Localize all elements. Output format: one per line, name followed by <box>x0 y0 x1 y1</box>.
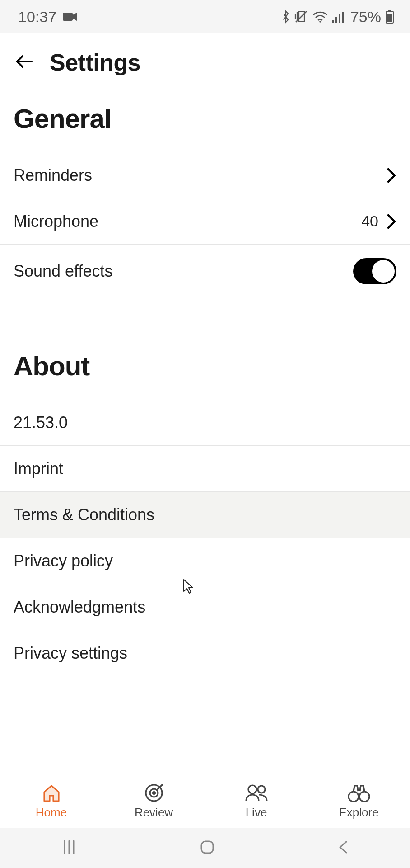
microphone-value: 40 <box>361 212 378 230</box>
row-privacy-policy[interactable]: Privacy policy <box>0 538 410 584</box>
system-nav-bar <box>0 828 410 868</box>
sys-back-button[interactable] <box>337 839 349 857</box>
wifi-icon <box>312 11 328 23</box>
android-status-bar: 10:37 75% <box>0 0 410 33</box>
row-label: Microphone <box>14 212 98 231</box>
svg-rect-16 <box>201 841 213 853</box>
sys-recents-button[interactable] <box>61 839 77 857</box>
nav-label: Live <box>246 806 267 820</box>
svg-point-14 <box>349 792 359 802</box>
page-title: Settings <box>50 49 140 76</box>
nav-live[interactable]: Live <box>205 774 308 828</box>
section-header-general: General <box>0 91 410 152</box>
svg-point-1 <box>319 21 321 23</box>
sys-home-icon <box>199 839 215 855</box>
sys-home-button[interactable] <box>199 839 215 857</box>
battery-percentage: 75% <box>350 8 381 26</box>
status-left: 10:37 <box>18 8 77 26</box>
svg-point-15 <box>359 792 369 802</box>
svg-rect-2 <box>332 20 334 23</box>
nav-label: Home <box>36 806 67 820</box>
signal-icon <box>332 11 346 23</box>
row-label: Acknowledgments <box>14 598 145 617</box>
home-icon <box>42 783 61 803</box>
row-reminders[interactable]: Reminders <box>0 152 410 198</box>
status-right: 75% <box>282 8 394 26</box>
svg-rect-4 <box>339 14 340 23</box>
row-label: Privacy policy <box>14 552 113 571</box>
sys-back-icon <box>337 839 349 855</box>
row-microphone[interactable]: Microphone 40 <box>0 198 410 245</box>
people-icon <box>245 783 268 803</box>
status-time: 10:37 <box>18 8 56 26</box>
svg-point-13 <box>258 786 265 793</box>
nav-label: Explore <box>339 806 378 820</box>
app-header: Settings <box>0 33 410 91</box>
row-sound-effects: Sound effects <box>0 245 410 298</box>
bluetooth-icon <box>282 10 290 24</box>
back-button[interactable] <box>14 52 34 73</box>
bottom-nav: Home Review Live Explore <box>0 774 410 828</box>
row-imprint[interactable]: Imprint <box>0 446 410 492</box>
svg-rect-0 <box>63 13 73 21</box>
row-label: Privacy settings <box>14 644 127 663</box>
camera-icon <box>63 12 77 22</box>
row-label: Sound effects <box>14 262 113 281</box>
row-terms-conditions[interactable]: Terms & Conditions <box>0 492 410 538</box>
nav-explore[interactable]: Explore <box>308 774 410 828</box>
svg-point-11 <box>153 792 155 794</box>
svg-rect-8 <box>387 14 392 22</box>
target-icon <box>144 783 164 803</box>
chevron-right-icon <box>387 213 396 230</box>
row-label: Terms & Conditions <box>14 505 154 524</box>
section-header-about: About <box>0 339 410 400</box>
nav-home[interactable]: Home <box>0 774 102 828</box>
nav-review[interactable]: Review <box>102 774 205 828</box>
row-privacy-settings[interactable]: Privacy settings <box>0 630 410 676</box>
toggle-knob <box>372 260 395 283</box>
battery-icon <box>386 10 394 24</box>
chevron-right-icon <box>387 167 396 184</box>
row-acknowledgments[interactable]: Acknowledgments <box>0 584 410 630</box>
svg-rect-5 <box>342 12 344 23</box>
row-label: Imprint <box>14 459 63 478</box>
row-version: 21.53.0 <box>0 400 410 446</box>
row-label: Reminders <box>14 166 92 185</box>
arrow-left-icon <box>14 52 34 71</box>
binoculars-icon <box>347 783 371 803</box>
vibrate-icon <box>294 10 308 24</box>
recents-icon <box>61 839 77 855</box>
version-text: 21.53.0 <box>14 413 68 432</box>
nav-label: Review <box>135 806 173 820</box>
sound-effects-toggle[interactable] <box>353 258 396 284</box>
svg-rect-3 <box>335 17 337 23</box>
svg-point-12 <box>248 785 256 793</box>
